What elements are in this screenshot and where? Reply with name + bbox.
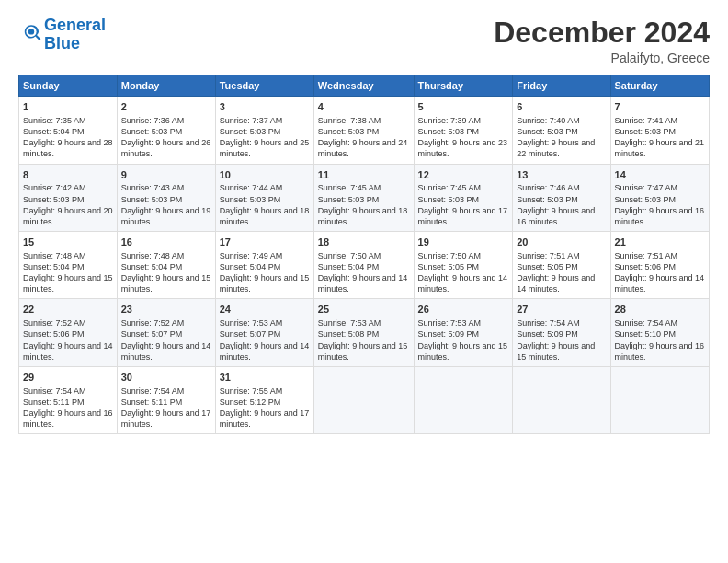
day-info: Sunrise: 7:44 AMSunset: 5:03 PMDaylight:… (220, 182, 310, 227)
calendar-cell: 25Sunrise: 7:53 AMSunset: 5:08 PMDayligh… (313, 299, 414, 366)
calendar-cell: 6Sunrise: 7:40 AMSunset: 5:03 PMDaylight… (513, 97, 610, 164)
title-block: December 2024 Palaifyto, Greece (494, 17, 710, 65)
day-number: 4 (318, 100, 410, 114)
day-number: 17 (220, 236, 310, 249)
calendar-cell: 19Sunrise: 7:50 AMSunset: 5:05 PMDayligh… (414, 232, 513, 299)
day-info: Sunrise: 7:54 AMSunset: 5:11 PMDaylight:… (121, 385, 211, 431)
day-number: 20 (517, 236, 606, 249)
day-number: 6 (517, 100, 606, 114)
calendar-cell: 8Sunrise: 7:42 AMSunset: 5:03 PMDaylight… (19, 164, 118, 231)
calendar-cell (513, 366, 610, 433)
weekday-header-cell: Saturday (610, 75, 709, 97)
day-number: 9 (121, 168, 211, 182)
calendar-cell: 13Sunrise: 7:46 AMSunset: 5:03 PMDayligh… (513, 164, 610, 231)
calendar-cell: 17Sunrise: 7:49 AMSunset: 5:04 PMDayligh… (215, 232, 313, 299)
day-number: 12 (418, 168, 509, 182)
day-info: Sunrise: 7:54 AMSunset: 5:11 PMDaylight:… (23, 385, 113, 431)
day-info: Sunrise: 7:53 AMSunset: 5:09 PMDaylight:… (418, 317, 509, 362)
day-number: 24 (220, 303, 310, 316)
day-info: Sunrise: 7:35 AMSunset: 5:04 PMDaylight:… (23, 115, 113, 160)
svg-point-1 (28, 29, 34, 34)
day-number: 14 (615, 168, 705, 182)
day-number: 7 (615, 100, 705, 114)
day-number: 22 (23, 303, 113, 316)
calendar-cell: 2Sunrise: 7:36 AMSunset: 5:03 PMDaylight… (117, 97, 215, 164)
day-info: Sunrise: 7:49 AMSunset: 5:04 PMDaylight:… (220, 250, 310, 295)
day-number: 31 (220, 371, 310, 385)
day-info: Sunrise: 7:55 AMSunset: 5:12 PMDaylight:… (220, 385, 310, 431)
day-info: Sunrise: 7:53 AMSunset: 5:08 PMDaylight:… (318, 317, 410, 362)
calendar-cell: 10Sunrise: 7:44 AMSunset: 5:03 PMDayligh… (215, 164, 313, 231)
day-info: Sunrise: 7:47 AMSunset: 5:03 PMDaylight:… (615, 182, 705, 227)
day-number: 1 (23, 100, 113, 114)
day-info: Sunrise: 7:39 AMSunset: 5:03 PMDaylight:… (418, 115, 509, 160)
weekday-header-cell: Friday (513, 75, 610, 97)
day-number: 2 (121, 100, 211, 114)
calendar-cell: 7Sunrise: 7:41 AMSunset: 5:03 PMDaylight… (610, 97, 709, 164)
day-number: 29 (23, 371, 113, 385)
month-title: December 2024 (494, 17, 710, 49)
day-number: 27 (517, 303, 606, 316)
calendar-cell: 28Sunrise: 7:54 AMSunset: 5:10 PMDayligh… (610, 299, 709, 366)
logo-icon (20, 22, 42, 44)
day-number: 11 (318, 168, 410, 182)
calendar-cell: 20Sunrise: 7:51 AMSunset: 5:05 PMDayligh… (513, 232, 610, 299)
calendar-cell: 26Sunrise: 7:53 AMSunset: 5:09 PMDayligh… (414, 299, 513, 366)
calendar-cell: 11Sunrise: 7:45 AMSunset: 5:03 PMDayligh… (313, 164, 414, 231)
weekday-header-cell: Tuesday (215, 75, 313, 97)
day-info: Sunrise: 7:38 AMSunset: 5:03 PMDaylight:… (318, 115, 410, 160)
day-number: 25 (318, 303, 410, 316)
day-number: 10 (220, 168, 310, 182)
page: GeneralBlue December 2024 Palaifyto, Gre… (0, 0, 728, 563)
day-number: 26 (418, 303, 509, 316)
day-number: 28 (615, 303, 705, 316)
day-number: 15 (23, 236, 113, 249)
calendar-cell: 12Sunrise: 7:45 AMSunset: 5:03 PMDayligh… (414, 164, 513, 231)
day-number: 13 (517, 168, 606, 182)
day-number: 3 (220, 100, 310, 114)
calendar-cell: 3Sunrise: 7:37 AMSunset: 5:03 PMDaylight… (215, 97, 313, 164)
day-info: Sunrise: 7:46 AMSunset: 5:03 PMDaylight:… (517, 182, 606, 227)
day-info: Sunrise: 7:52 AMSunset: 5:06 PMDaylight:… (23, 317, 113, 362)
day-info: Sunrise: 7:45 AMSunset: 5:03 PMDaylight:… (318, 182, 410, 227)
day-info: Sunrise: 7:36 AMSunset: 5:03 PMDaylight:… (121, 115, 211, 160)
day-info: Sunrise: 7:41 AMSunset: 5:03 PMDaylight:… (615, 115, 705, 160)
calendar-cell: 27Sunrise: 7:54 AMSunset: 5:09 PMDayligh… (513, 299, 610, 366)
calendar-cell: 5Sunrise: 7:39 AMSunset: 5:03 PMDaylight… (414, 97, 513, 164)
day-info: Sunrise: 7:51 AMSunset: 5:05 PMDaylight:… (517, 250, 606, 295)
calendar-cell: 29Sunrise: 7:54 AMSunset: 5:11 PMDayligh… (19, 366, 118, 433)
calendar-cell (610, 366, 709, 433)
calendar-cell: 18Sunrise: 7:50 AMSunset: 5:04 PMDayligh… (313, 232, 414, 299)
day-number: 19 (418, 236, 509, 249)
day-info: Sunrise: 7:42 AMSunset: 5:03 PMDaylight:… (23, 182, 113, 227)
day-number: 8 (23, 168, 113, 182)
day-info: Sunrise: 7:54 AMSunset: 5:09 PMDaylight:… (517, 317, 606, 362)
calendar-cell: 23Sunrise: 7:52 AMSunset: 5:07 PMDayligh… (117, 299, 215, 366)
day-info: Sunrise: 7:51 AMSunset: 5:06 PMDaylight:… (615, 250, 705, 295)
day-number: 30 (121, 371, 211, 385)
calendar-cell: 24Sunrise: 7:53 AMSunset: 5:07 PMDayligh… (215, 299, 313, 366)
calendar-cell (313, 366, 414, 433)
calendar-cell: 30Sunrise: 7:54 AMSunset: 5:11 PMDayligh… (117, 366, 215, 433)
day-info: Sunrise: 7:50 AMSunset: 5:05 PMDaylight:… (418, 250, 509, 295)
day-info: Sunrise: 7:53 AMSunset: 5:07 PMDaylight:… (220, 317, 310, 362)
day-number: 5 (418, 100, 509, 114)
day-info: Sunrise: 7:37 AMSunset: 5:03 PMDaylight:… (220, 115, 310, 160)
day-number: 23 (121, 303, 211, 316)
weekday-header-cell: Monday (117, 75, 215, 97)
weekday-header-cell: Wednesday (313, 75, 414, 97)
header: GeneralBlue December 2024 Palaifyto, Gre… (18, 17, 710, 65)
calendar-cell: 22Sunrise: 7:52 AMSunset: 5:06 PMDayligh… (19, 299, 118, 366)
day-number: 16 (121, 236, 211, 249)
day-info: Sunrise: 7:50 AMSunset: 5:04 PMDaylight:… (318, 250, 410, 295)
calendar-cell: 31Sunrise: 7:55 AMSunset: 5:12 PMDayligh… (215, 366, 313, 433)
day-info: Sunrise: 7:52 AMSunset: 5:07 PMDaylight:… (121, 317, 211, 362)
day-info: Sunrise: 7:48 AMSunset: 5:04 PMDaylight:… (23, 250, 113, 295)
day-info: Sunrise: 7:40 AMSunset: 5:03 PMDaylight:… (517, 115, 606, 160)
calendar-cell: 4Sunrise: 7:38 AMSunset: 5:03 PMDaylight… (313, 97, 414, 164)
weekday-header-cell: Thursday (414, 75, 513, 97)
calendar-cell: 9Sunrise: 7:43 AMSunset: 5:03 PMDaylight… (117, 164, 215, 231)
calendar-cell: 21Sunrise: 7:51 AMSunset: 5:06 PMDayligh… (610, 232, 709, 299)
weekday-header-cell: Sunday (19, 75, 118, 97)
calendar-cell (414, 366, 513, 433)
